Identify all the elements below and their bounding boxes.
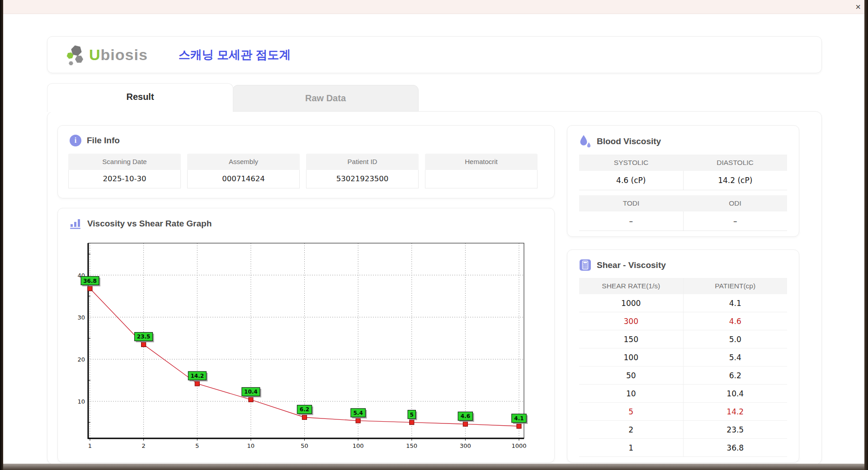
file-info-field: Hematocrit	[425, 154, 538, 188]
logo-text: Ubiosis	[89, 46, 148, 64]
svg-text:300: 300	[460, 442, 471, 449]
table-row: 506.2	[579, 367, 787, 385]
app-title: 스캐닝 모세관 점도계	[179, 47, 291, 63]
svg-text:5: 5	[195, 442, 199, 449]
tab-result[interactable]: Result	[47, 83, 233, 112]
systolic-header: SYSTOLIC	[579, 155, 683, 171]
field-value: 53021923500	[306, 170, 419, 188]
shear-viscosity-title: Shear - Viscosity	[597, 260, 666, 270]
svg-text:5.4: 5.4	[353, 410, 363, 416]
file-info-field: Patient ID 53021923500	[306, 154, 419, 188]
todi-value: –	[579, 212, 684, 231]
table-row: 3004.6	[579, 312, 787, 330]
patient-cell: 23.5	[683, 421, 787, 439]
table-row: 514.2	[579, 403, 787, 421]
patient-column-header: PATIENT(cp)	[683, 278, 787, 294]
window-titlebar: ×	[0, 0, 868, 14]
file-info-card: i File Info Scanning Date 2025-10-30 Ass…	[57, 125, 555, 198]
shear-viscosity-card: Shear - Viscosity SHEAR RATE(1/s) PATIEN…	[567, 249, 799, 463]
svg-text:10: 10	[77, 398, 85, 405]
svg-text:4.1: 4.1	[514, 415, 524, 422]
bar-chart-icon	[70, 217, 82, 230]
svg-text:20: 20	[77, 356, 85, 363]
viscosity-graph-card: Viscosity vs Shear Rate Graph 1020304012…	[57, 208, 555, 463]
svg-text:14.2: 14.2	[190, 373, 204, 379]
svg-text:4.6: 4.6	[461, 413, 470, 419]
blood-viscosity-title: Blood Viscosity	[597, 136, 661, 146]
field-value: 000714624	[187, 170, 300, 188]
shear-rate-cell: 2	[579, 421, 683, 439]
diastolic-header: DIASTOLIC	[683, 155, 787, 171]
systolic-value: 4.6 (cP)	[579, 171, 684, 190]
patient-cell: 4.6	[683, 312, 787, 330]
shear-viscosity-table: SHEAR RATE(1/s) PATIENT(cp) 10004.13004.…	[579, 278, 787, 457]
shear-rate-cell: 5	[579, 403, 683, 421]
shear-rate-cell: 10	[579, 385, 683, 403]
file-info-title: File Info	[87, 136, 120, 146]
table-row: 136.8	[579, 439, 787, 457]
viscosity-chart: 102030401251050100150300100036.823.514.2…	[72, 241, 542, 453]
graph-title: Viscosity vs Shear Rate Graph	[87, 219, 212, 229]
systolic-diastolic-table: SYSTOLIC DIASTOLIC 4.6 (cP) 14.2 (cP)	[579, 155, 787, 190]
field-label: Scanning Date	[68, 154, 181, 170]
shear-rate-cell: 1	[579, 439, 683, 457]
field-label: Hematocrit	[425, 154, 538, 170]
window-left-border	[0, 0, 3, 470]
diastolic-value: 14.2 (cP)	[684, 171, 788, 190]
logo-hexagons-icon	[66, 43, 86, 66]
svg-text:50: 50	[301, 442, 308, 449]
svg-text:150: 150	[406, 442, 417, 449]
shear-rate-cell: 1000	[579, 294, 683, 312]
field-label: Assembly	[187, 154, 300, 170]
patient-cell: 10.4	[683, 385, 787, 403]
svg-text:5: 5	[410, 412, 414, 418]
patient-cell: 6.2	[683, 367, 787, 385]
patient-cell: 5.4	[683, 348, 787, 367]
svg-text:1000: 1000	[511, 442, 526, 449]
patient-cell: 14.2	[683, 403, 787, 421]
calculator-icon	[579, 259, 591, 271]
tab-raw-data[interactable]: Raw Data	[232, 85, 419, 112]
svg-text:100: 100	[353, 442, 364, 449]
todi-odi-table: TODI ODI – –	[579, 195, 787, 231]
svg-text:36.8: 36.8	[83, 278, 97, 284]
odi-header: ODI	[683, 195, 787, 212]
patient-cell: 4.1	[683, 294, 787, 312]
blood-viscosity-card: Blood Viscosity SYSTOLIC DIASTOLIC 4.6 (…	[567, 125, 799, 237]
table-row: 10004.1	[579, 294, 787, 312]
file-info-field: Scanning Date 2025-10-30	[68, 154, 181, 188]
ubiosis-logo: Ubiosis	[66, 43, 148, 66]
patient-cell: 5.0	[683, 330, 787, 348]
droplets-icon	[579, 135, 591, 148]
table-row: 1505.0	[579, 330, 787, 348]
shear-rate-cell: 150	[579, 330, 683, 348]
shear-rate-cell: 100	[579, 348, 683, 367]
field-label: Patient ID	[306, 154, 419, 170]
svg-text:30: 30	[77, 314, 85, 321]
close-icon[interactable]: ×	[855, 0, 861, 14]
patient-cell: 36.8	[683, 439, 787, 457]
svg-text:6.2: 6.2	[300, 406, 309, 413]
shear-rate-cell: 300	[579, 312, 683, 330]
result-tab-panel: i File Info Scanning Date 2025-10-30 Ass…	[47, 111, 822, 465]
shear-rate-column-header: SHEAR RATE(1/s)	[579, 278, 683, 294]
field-value: 2025-10-30	[68, 170, 181, 188]
table-row: 1010.4	[579, 385, 787, 403]
odi-value: –	[684, 212, 788, 231]
field-value	[425, 170, 538, 188]
svg-text:10: 10	[247, 442, 255, 449]
info-icon: i	[70, 135, 81, 146]
svg-text:2: 2	[142, 442, 145, 449]
svg-text:1: 1	[88, 442, 92, 449]
app-header: Ubiosis 스캐닝 모세관 점도계	[47, 36, 822, 73]
shear-rate-cell: 50	[579, 367, 683, 385]
svg-text:10.4: 10.4	[244, 389, 258, 395]
todi-header: TODI	[579, 195, 683, 212]
table-row: 1005.4	[579, 348, 787, 367]
shear-table-body: 10004.13004.61505.01005.4506.21010.4514.…	[579, 294, 787, 457]
file-info-field: Assembly 000714624	[187, 154, 300, 188]
window-bottom-border	[0, 464, 868, 470]
table-row: 223.5	[579, 421, 787, 439]
svg-text:23.5: 23.5	[137, 334, 151, 340]
window-right-border	[864, 0, 868, 470]
